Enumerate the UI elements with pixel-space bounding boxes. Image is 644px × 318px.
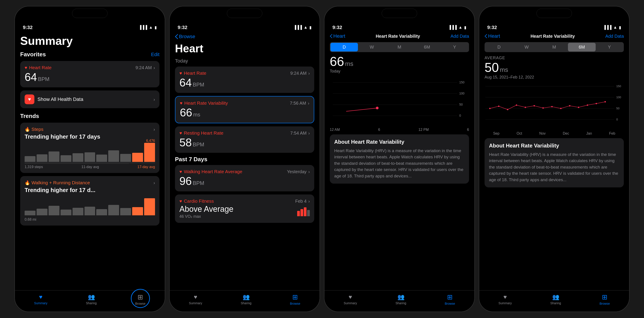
heart-icon-hrv: ♥ bbox=[180, 101, 182, 106]
heart-rate-card[interactable]: ♥ Heart Rate 9:24 AM › 64 BPM bbox=[20, 61, 160, 87]
back-label-4: Heart bbox=[488, 33, 500, 39]
status-bar-2: 9:32 ▐▐▐ ▲ ▮ bbox=[170, 20, 320, 32]
svg-text:150: 150 bbox=[616, 84, 621, 88]
heart-rate-chevron: › bbox=[154, 65, 155, 70]
walking-trend: Trending higher for 17 d... bbox=[24, 187, 155, 194]
steps-trend-card[interactable]: 🔥 Steps › Trending higher for 17 days 6,… bbox=[20, 123, 160, 173]
show-all-card[interactable]: ♥ Show All Health Data › bbox=[20, 90, 160, 108]
tab-summary-1[interactable]: ♥ Summary bbox=[34, 294, 48, 305]
resting-chevron-2: › bbox=[308, 130, 310, 136]
x-label-12pm: 12 PM bbox=[418, 128, 429, 132]
summary-label-1: Summary bbox=[34, 301, 48, 305]
cardio-card[interactable]: ♥ Cardio Fitness Feb 4 › Above Average 4… bbox=[175, 194, 314, 223]
hr-title-2: Heart Rate bbox=[184, 70, 206, 76]
browse-label-4: Browse bbox=[600, 302, 610, 305]
tab-browse-3[interactable]: ⊞ Browse bbox=[445, 293, 455, 305]
hrv-chart-4: 150 100 50 0 bbox=[484, 82, 624, 130]
hrv-title-2: Heart Rate Variability bbox=[184, 100, 228, 106]
seg-d-3[interactable]: D bbox=[330, 43, 358, 52]
walking-avg-card[interactable]: ♥ Walking Heart Rate Average Yesterday ›… bbox=[175, 165, 314, 192]
svg-text:150: 150 bbox=[459, 80, 464, 84]
seg-d-4[interactable]: D bbox=[485, 43, 513, 52]
show-all-text: Show All Health Data bbox=[38, 96, 150, 102]
summary-label-3: Summary bbox=[344, 301, 357, 305]
wifi-icon-1: ▲ bbox=[149, 25, 153, 30]
heart-rate-card-2[interactable]: ♥ Heart Rate 9:24 AM › 64 BPM bbox=[175, 66, 314, 93]
svg-point-24 bbox=[542, 107, 544, 109]
hrv-main-unit-4: ms bbox=[500, 66, 508, 73]
tab-summary-2[interactable]: ♥ Summary bbox=[189, 294, 202, 305]
steps-peak-value: 6,476 bbox=[146, 139, 155, 143]
seg-6m-3[interactable]: 6M bbox=[413, 43, 441, 52]
sharing-icon-1: 👥 bbox=[88, 294, 95, 300]
summary-icon-3: ♥ bbox=[348, 294, 352, 300]
tab-bar-4: ♥ Summary 👥 Sharing ⊞ Browse bbox=[479, 290, 629, 310]
tab-sharing-4[interactable]: 👥 Sharing bbox=[550, 294, 561, 305]
heart-rate-time: 9:24 AM bbox=[136, 65, 152, 70]
seg-w-3[interactable]: W bbox=[358, 43, 386, 52]
tab-sharing-1[interactable]: 👥 Sharing bbox=[86, 294, 96, 305]
back-button-3[interactable]: Heart bbox=[330, 33, 345, 39]
resting-title-2: Resting Heart Rate bbox=[184, 130, 224, 136]
signal-icon-4: ▐▐▐ bbox=[603, 25, 612, 30]
back-button-2[interactable]: Browse bbox=[175, 34, 195, 40]
sharing-icon-3: 👥 bbox=[398, 294, 404, 300]
cardio-title: Cardio Fitness bbox=[184, 198, 214, 204]
tab-sharing-3[interactable]: 👥 Sharing bbox=[396, 294, 406, 305]
sharing-icon-4: 👥 bbox=[552, 294, 559, 300]
chart-x-labels-3: 12 AM 6 12 PM 6 bbox=[330, 127, 469, 132]
summary-label-2: Summary bbox=[189, 301, 202, 305]
browse-label-3: Browse bbox=[445, 302, 455, 305]
tab-sharing-2[interactable]: 👥 Sharing bbox=[240, 294, 251, 305]
walking-trend-card[interactable]: 🔥 Walking + Running Distance › Trending … bbox=[20, 176, 160, 226]
x-label-12am: 12 AM bbox=[330, 128, 340, 132]
hrv-value-section-3: 66 ms Today bbox=[324, 54, 474, 76]
svg-point-20 bbox=[507, 109, 508, 110]
hr-value-2: 64 bbox=[180, 76, 192, 89]
x-label-sep: Sep bbox=[493, 132, 500, 136]
notch-area-3 bbox=[324, 6, 474, 20]
svg-point-9 bbox=[376, 107, 378, 109]
edit-button[interactable]: Edit bbox=[151, 52, 160, 58]
resting-card-2[interactable]: ♥ Resting Heart Rate 7:54 AM › 58 BPM bbox=[175, 126, 314, 153]
add-data-button-4[interactable]: Add Data bbox=[606, 34, 624, 39]
svg-point-18 bbox=[489, 108, 490, 109]
signal-icon-1: ▐▐▐ bbox=[138, 25, 147, 30]
back-button-4[interactable]: Heart bbox=[484, 33, 500, 39]
hrv-main-value-3: 66 bbox=[330, 54, 344, 68]
svg-point-28 bbox=[578, 107, 579, 108]
sharing-label-3: Sharing bbox=[396, 301, 406, 305]
seg-w-4[interactable]: W bbox=[513, 43, 540, 52]
seg-m-3[interactable]: M bbox=[386, 43, 413, 52]
past7-label: Past 7 Days bbox=[175, 156, 314, 163]
svg-point-27 bbox=[569, 105, 570, 106]
walking-avg-chevron: › bbox=[308, 169, 310, 174]
hrv-card-highlighted[interactable]: ♥ Heart Rate Variability 7:56 AM › 66 ms bbox=[175, 96, 314, 123]
seg-y-4[interactable]: Y bbox=[596, 43, 623, 52]
tab-browse-1[interactable]: ⊞ Browse bbox=[135, 293, 146, 305]
svg-point-30 bbox=[596, 103, 597, 104]
tab-summary-4[interactable]: ♥ Summary bbox=[498, 294, 512, 305]
seg-m-4[interactable]: M bbox=[540, 43, 568, 52]
battery-icon-3: ▮ bbox=[464, 25, 466, 30]
status-time-3: 9:32 bbox=[332, 24, 342, 30]
sharing-label-2: Sharing bbox=[240, 301, 251, 305]
x-label-nov: Nov bbox=[539, 132, 546, 136]
tab-browse-2[interactable]: ⊞ Browse bbox=[290, 293, 300, 305]
chart-x-labels-4: Sep Oct Nov Dec Jan Feb bbox=[484, 130, 624, 136]
seg-y-3[interactable]: Y bbox=[441, 43, 468, 52]
tab-summary-3[interactable]: ♥ Summary bbox=[344, 294, 357, 305]
heart-icon-cardio: ♥ bbox=[180, 199, 182, 204]
svg-point-21 bbox=[516, 104, 517, 106]
show-all-icon: ♥ bbox=[24, 94, 34, 104]
add-data-button-3[interactable]: Add Data bbox=[450, 34, 469, 39]
cardio-status: Above Average bbox=[180, 205, 234, 214]
tab-bar-1: ♥ Summary 👥 Sharing ⊞ Browse bbox=[15, 290, 165, 310]
heart-icon-resting: ♥ bbox=[180, 130, 182, 136]
svg-point-26 bbox=[560, 108, 562, 109]
walking-avg-value: 96 bbox=[180, 175, 192, 188]
tab-browse-4[interactable]: ⊞ Browse bbox=[600, 293, 610, 305]
hrv-unit-2: ms bbox=[193, 112, 200, 118]
about-section-4: About Heart Rate Variability Heart Rate … bbox=[484, 138, 624, 188]
seg-6m-4[interactable]: 6M bbox=[568, 43, 596, 52]
